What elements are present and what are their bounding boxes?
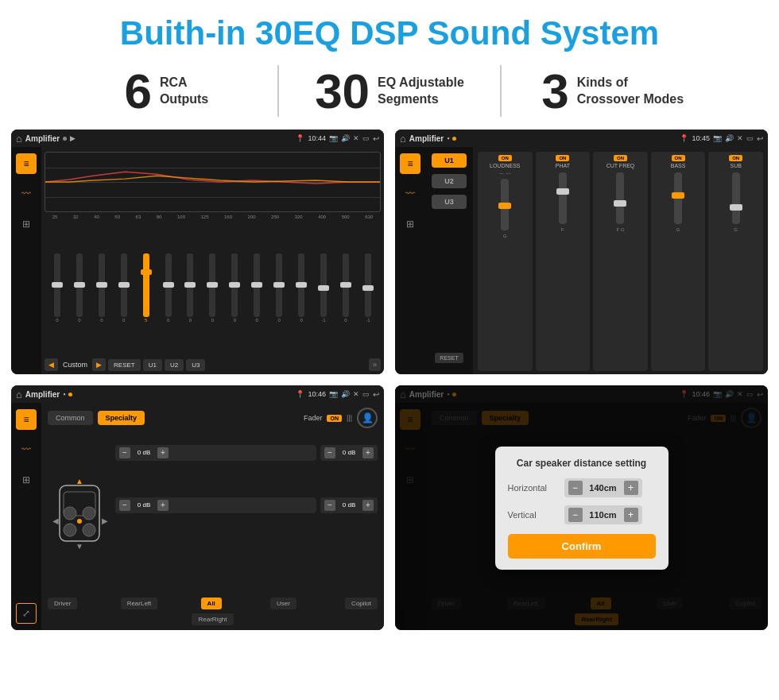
dot-3 [68,393,72,396]
eq-prev-btn[interactable]: ◀ [45,358,58,371]
eq-slider-7[interactable]: 0 [209,253,215,323]
vertical-label: Vertical [508,510,560,520]
minimize-icon-3: ▭ [362,390,370,398]
stat-number-3: 3 [541,67,568,116]
cutfreq-label: CUT FREQ [607,163,635,168]
sq-icon-3: ▪ [63,390,65,398]
db-plus-tl[interactable]: + [157,447,169,458]
eq-slider-13[interactable]: 0 [343,253,349,323]
tab-common[interactable]: Common [48,411,93,425]
sub-control: ON SUB G [708,152,763,371]
fader-sliders: ||| [347,414,352,422]
db-minus-bl[interactable]: − [119,500,130,511]
eq-slider-9[interactable]: 0 [254,253,260,323]
eq-u3-btn[interactable]: U3 [186,359,205,371]
wave-icon-3[interactable]: 〰 [16,439,37,460]
vertical-plus-btn[interactable]: + [624,508,638,522]
eq-slider-11[interactable]: 0 [298,253,304,323]
db-value-tl: 0 dB [133,449,155,456]
eq-slider-8[interactable]: 0 [231,253,238,323]
home-icon-2: ⌂ [400,133,406,145]
svg-text:▼: ▼ [76,542,83,551]
close-icon-3: ✕ [353,390,359,398]
wave-icon[interactable]: 〰 [16,184,37,204]
location-icon-2: 📍 [680,134,688,142]
db-minus-br[interactable]: − [324,500,335,511]
u2-btn[interactable]: U2 [432,174,467,188]
eq-next-btn[interactable]: ▶ [92,358,106,371]
fader-label: Fader [304,414,323,422]
rearright-btn[interactable]: RearRight [192,613,233,625]
volume-ctrl-icon[interactable]: ⊞ [16,214,37,234]
eq-slider-10[interactable]: 0 [276,253,282,323]
driver-btn[interactable]: Driver [48,598,77,609]
play-icon-1: ▶ [70,134,76,142]
sub-slider[interactable] [732,172,740,224]
db-minus-tl[interactable]: − [119,447,130,458]
phat-label: PHAT [556,163,570,168]
db-plus-tr[interactable]: + [362,447,374,458]
db-minus-tr[interactable]: − [324,447,335,458]
eq-u1-btn[interactable]: U1 [143,359,162,371]
phat-control: ON PHAT F [536,152,591,371]
phat-slider[interactable] [559,172,567,224]
eq-slider-1[interactable]: 0 [76,253,83,323]
wave-icon-2[interactable]: 〰 [400,184,421,204]
eq-icon-2[interactable]: ≡ [400,153,421,174]
eq-graph [45,152,381,212]
eq-slider-5[interactable]: 0 [165,253,172,323]
svg-point-6 [77,519,82,524]
confirm-button[interactable]: Confirm [508,534,656,559]
rearleft-btn[interactable]: RearLeft [121,598,158,609]
stat-text-rca: RCAOutputs [160,75,208,108]
camera-icon-2: 📷 [713,134,722,142]
all-btn[interactable]: All [201,598,222,609]
eq-slider-12[interactable]: -1 [320,253,327,323]
sq-icon-2: ▪ [447,134,449,142]
eq-slider-2[interactable]: 0 [99,253,105,323]
eq-slider-6[interactable]: 0 [187,253,193,323]
bass-slider[interactable] [674,172,682,224]
amp-reset-btn[interactable]: RESET [435,353,463,363]
u1-btn[interactable]: U1 [432,153,467,168]
user-btn-3[interactable]: User [270,598,296,609]
vertical-minus-btn[interactable]: − [568,508,583,522]
db-plus-br[interactable]: + [362,500,374,511]
db-control-br: − 0 dB + [320,497,378,513]
status-bar-1: ⌂ Amplifier ▶ 📍 10:44 📷 🔊 ✕ ▭ ↩ [11,130,384,147]
stat-divider-2 [500,65,502,117]
eq-curve-svg [45,153,380,211]
stat-text-eq: EQ AdjustableSegments [378,75,464,108]
bass-label: BASS [671,163,686,168]
horizontal-value: 140cm [586,483,621,493]
copilot-btn[interactable]: Copilot [345,598,378,609]
loudness-slider[interactable] [501,179,509,230]
eq-slider-3[interactable]: 0 [121,253,127,323]
volume-icon-1: 🔊 [341,134,350,142]
speaker-expand-icon[interactable]: ⤢ [16,603,37,624]
db-plus-bl[interactable]: + [157,500,169,511]
person-icon[interactable]: 👤 [357,408,378,428]
time-2: 10:45 [692,134,710,142]
volume-icon-2: 🔊 [725,134,734,142]
eq-slider-4[interactable]: 5 [143,253,149,323]
u3-btn[interactable]: U3 [432,195,467,209]
sidebar-1: ≡ 〰 ⊞ [11,147,41,374]
eq-icon-3[interactable]: ≡ [16,409,37,430]
eq-u2-btn[interactable]: U2 [165,359,184,371]
location-icon-3: 📍 [296,390,304,398]
eq-expand-btn[interactable]: » [369,358,381,371]
phat-on-badge: ON [556,155,569,161]
cutfreq-slider[interactable] [616,172,624,224]
eq-reset-btn[interactable]: RESET [108,359,141,371]
vol-icon-2[interactable]: ⊞ [400,214,421,234]
vol-icon-3[interactable]: ⊞ [16,470,37,490]
app-title-2: Amplifier [409,134,444,143]
eq-slider-14[interactable]: -1 [365,253,371,323]
eq-slider-0[interactable]: 0 [54,253,60,323]
tab-specialty[interactable]: Specialty [98,411,145,425]
horizontal-minus-btn[interactable]: − [568,481,583,495]
eq-icon[interactable]: ≡ [16,153,37,174]
horizontal-plus-btn[interactable]: + [624,481,638,495]
cutfreq-control: ON CUT FREQ F G [593,152,648,371]
